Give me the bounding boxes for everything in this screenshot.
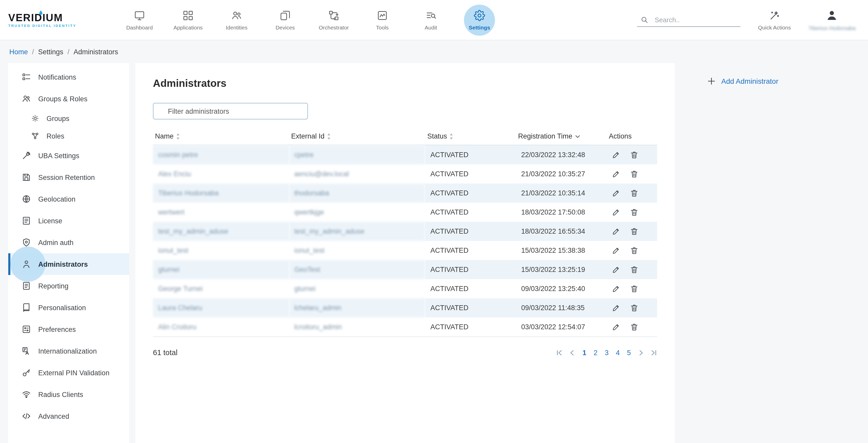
last-page-button[interactable] (650, 349, 657, 356)
delete-icon[interactable] (630, 208, 639, 216)
edit-icon[interactable] (612, 150, 621, 159)
page-number[interactable]: 3 (604, 349, 609, 356)
cell-external-id: cpetre (289, 145, 425, 165)
table-row[interactable]: Tiberius Hodorsaba thodorsaba ACTIVATED … (153, 183, 657, 203)
header-label: Name (155, 132, 174, 140)
sort-icon[interactable] (450, 134, 454, 140)
cell-name: cosmin petre (153, 145, 289, 165)
sidebar-item-label: Geolocation (38, 195, 75, 203)
sidebar-item-session-retention[interactable]: Session Retention (8, 167, 129, 188)
filter-administrators-input[interactable] (153, 103, 308, 119)
table-row[interactable]: gturnei GeoTest ACTIVATED 15/03/2022 13:… (153, 260, 657, 279)
nav-tools[interactable]: Tools (364, 3, 401, 36)
breadcrumb-home[interactable]: Home (9, 48, 28, 56)
table-row[interactable]: test_my_admin_aduse test_my_admin_aduse … (153, 222, 657, 241)
edit-icon[interactable] (612, 227, 621, 236)
page-number[interactable]: 1 (582, 349, 587, 356)
nav-label: Orchestrator (319, 24, 349, 30)
next-page-button[interactable] (638, 349, 644, 356)
table-row[interactable]: wertwert qwertkjge ACTIVATED 18/03/2022 … (153, 203, 657, 222)
sidebar-item-label: Preferences (38, 325, 76, 333)
nav-settings[interactable]: Settings (461, 3, 498, 36)
sidebar-item-radius-clients[interactable]: Radius Clients (8, 384, 129, 405)
nav-label: Applications (173, 24, 203, 30)
delete-icon[interactable] (630, 170, 639, 178)
delete-icon[interactable] (630, 303, 639, 312)
pagination: 1 2 3 4 5 (556, 349, 657, 356)
breadcrumb-settings[interactable]: Settings (38, 48, 64, 56)
nav-identities[interactable]: Identities (218, 3, 255, 36)
table-row[interactable]: Alin Croitoru lcroitoru_admin ACTIVATED … (153, 317, 657, 337)
cell-status: ACTIVATED (425, 165, 516, 183)
sidebar-item-preferences[interactable]: Preferences (8, 318, 129, 340)
page-number[interactable]: 4 (615, 349, 620, 356)
add-administrator-button[interactable]: Add Administrator (707, 77, 868, 86)
cell-status: ACTIVATED (425, 317, 516, 337)
sidebar-item-notifications[interactable]: Notifications (8, 66, 129, 88)
wand-icon (769, 9, 780, 21)
header-registration-time[interactable]: Registration Time (516, 128, 607, 145)
delete-icon[interactable] (630, 189, 639, 198)
nav-applications[interactable]: Applications (169, 3, 207, 36)
nav-audit[interactable]: Audit (412, 3, 450, 36)
sidebar-item-personalisation[interactable]: Personalisation (8, 297, 129, 318)
delete-icon[interactable] (630, 284, 639, 293)
edit-icon[interactable] (612, 246, 621, 255)
page-number[interactable]: 5 (626, 349, 631, 356)
sidebar-item-groups[interactable]: Groups (8, 110, 129, 127)
edit-icon[interactable] (612, 303, 621, 312)
nav-label: Settings (469, 24, 490, 30)
code-icon (22, 411, 31, 421)
edit-icon[interactable] (612, 189, 621, 198)
delete-icon[interactable] (630, 246, 639, 255)
table-row[interactable]: Alex Enciu aenciu@dev.local ACTIVATED 21… (153, 165, 657, 183)
cell-status: ACTIVATED (425, 222, 516, 241)
header-status[interactable]: Status (425, 128, 516, 145)
previous-page-button[interactable] (569, 349, 576, 356)
nav-dashboard[interactable]: Dashboard (121, 3, 158, 36)
sidebar-item-external-pin-validation[interactable]: External PIN Validation (8, 362, 129, 384)
brand-drop-icon (39, 10, 43, 15)
delete-icon[interactable] (630, 265, 639, 274)
sort-icon[interactable] (176, 134, 180, 140)
table-row[interactable]: cosmin petre cpetre ACTIVATED 22/03/2022… (153, 145, 657, 165)
cell-registration-time: 15/03/2022 15:38:38 (516, 241, 607, 260)
sidebar-item-roles[interactable]: Roles (8, 127, 129, 145)
edit-icon[interactable] (612, 170, 621, 178)
audit-icon (425, 9, 437, 21)
sidebar-item-geolocation[interactable]: Geolocation (8, 188, 129, 210)
sidebar-item-uba-settings[interactable]: UBA Settings (8, 145, 129, 167)
table-row[interactable]: ionut_test ionut_test ACTIVATED 15/03/20… (153, 241, 657, 260)
quick-actions-button[interactable]: Quick Actions (758, 9, 791, 30)
header-actions: Actions (607, 128, 657, 145)
nav-label: Dashboard (126, 24, 153, 30)
page-number[interactable]: 2 (593, 349, 598, 356)
sidebar-item-groups-roles[interactable]: Groups & Roles (8, 88, 129, 110)
edit-icon[interactable] (612, 323, 621, 331)
brand-logo[interactable]: VERIDIUM TRUSTED DIGITAL IDENTITY (8, 12, 106, 27)
first-page-button[interactable] (556, 349, 563, 356)
delete-icon[interactable] (630, 227, 639, 236)
header-external-id[interactable]: External Id (289, 128, 425, 145)
sidebar-item-license[interactable]: License (8, 210, 129, 232)
nav-devices[interactable]: Devices (267, 3, 304, 36)
sidebar-item-internationalization[interactable]: Internationalization (8, 340, 129, 362)
sidebar-item-advanced[interactable]: Advanced (8, 405, 129, 427)
edit-icon[interactable] (612, 284, 621, 293)
sort-desc-icon[interactable] (575, 135, 580, 139)
sidebar-item-administrators[interactable]: Administrators (8, 253, 129, 275)
delete-icon[interactable] (630, 150, 639, 159)
delete-icon[interactable] (630, 323, 639, 331)
table-row[interactable]: George Turnei gturnei ACTIVATED 09/03/20… (153, 279, 657, 298)
sidebar-item-reporting[interactable]: Reporting (8, 275, 129, 297)
nav-orchestrator[interactable]: Orchestrator (315, 3, 352, 36)
cell-name: Tiberius Hodorsaba (153, 183, 289, 203)
edit-icon[interactable] (612, 265, 621, 274)
sort-icon[interactable] (327, 134, 331, 140)
edit-icon[interactable] (612, 208, 621, 216)
user-menu[interactable]: Tiberius Hodorsaba (809, 9, 856, 31)
table-row[interactable]: Laura Chelaru lchelaru_admin ACTIVATED 0… (153, 298, 657, 317)
cell-status: ACTIVATED (425, 279, 516, 298)
search-input[interactable] (654, 15, 731, 24)
header-name[interactable]: Name (153, 128, 289, 145)
